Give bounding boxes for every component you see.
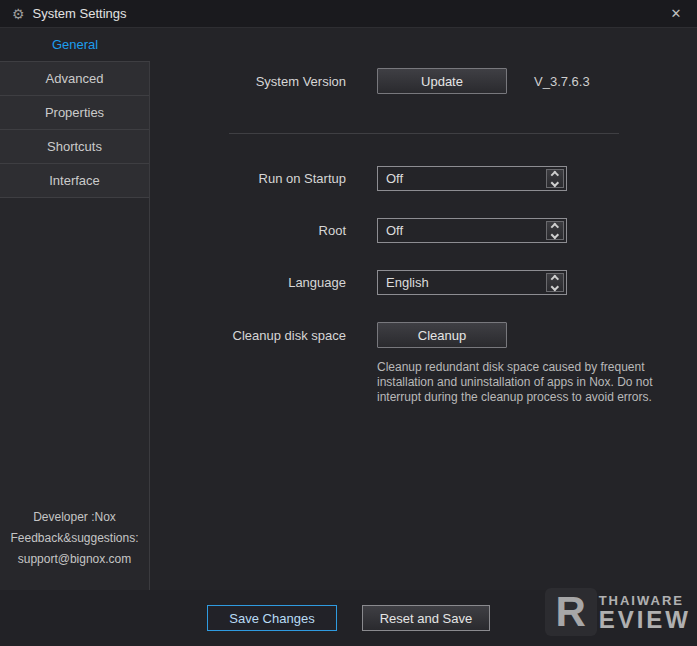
version-value: V_3.7.6.3 [534,74,590,89]
tab-shortcuts[interactable]: Shortcuts [0,130,149,164]
developer-text: Developer :Nox [0,507,149,528]
cleanup-row: Cleanup disk space Cleanup [150,322,697,348]
run-on-startup-row: Run on Startup Off [150,166,697,191]
sidebar-footer: Developer :Nox Feedback&suggestions: sup… [0,507,149,570]
chevron-down-icon [551,230,559,238]
chevron-up-icon [551,275,559,283]
system-version-label: System Version [150,74,346,89]
cleanup-label: Cleanup disk space [150,328,346,343]
update-button[interactable]: Update [377,68,507,94]
run-on-startup-select[interactable]: Off [377,166,567,191]
sidebar: General Advanced Properties Shortcuts In… [0,28,150,590]
window-title: System Settings [33,6,127,21]
spinner-icon[interactable] [546,169,564,188]
cleanup-description: Cleanup redundant disk space caused by f… [377,360,655,405]
close-icon[interactable]: ✕ [667,6,685,21]
tab-properties[interactable]: Properties [0,96,149,130]
root-label: Root [150,223,346,238]
language-label: Language [150,275,346,290]
run-on-startup-label: Run on Startup [150,171,346,186]
spinner-icon[interactable] [546,221,564,240]
chevron-up-icon [551,223,559,231]
root-select[interactable]: Off [377,218,567,243]
spinner-icon[interactable] [546,273,564,292]
root-row: Root Off [150,218,697,243]
system-settings-window: ⚙ System Settings ✕ General Advanced Pro… [0,0,697,646]
chevron-down-icon [551,178,559,186]
cleanup-button[interactable]: Cleanup [377,322,507,348]
window-body: General Advanced Properties Shortcuts In… [0,28,697,590]
gear-icon: ⚙ [12,6,25,22]
language-value: English [378,275,429,290]
chevron-down-icon [551,282,559,290]
save-changes-button[interactable]: Save Changes [207,605,337,631]
divider [229,133,619,134]
reset-and-save-button[interactable]: Reset and Save [362,605,490,631]
titlebar: ⚙ System Settings ✕ [0,0,697,28]
support-email: support@bignox.com [0,549,149,570]
tab-advanced[interactable]: Advanced [0,62,149,96]
tab-general[interactable]: General [0,28,150,62]
bottom-bar: Save Changes Reset and Save [0,590,697,646]
system-version-row: System Version Update V_3.7.6.3 [150,68,697,94]
settings-content: System Version Update V_3.7.6.3 Run on S… [150,28,697,590]
tab-interface[interactable]: Interface [0,164,149,198]
language-select[interactable]: English [377,270,567,295]
feedback-text: Feedback&suggestions: [0,528,149,549]
run-on-startup-value: Off [378,171,403,186]
root-value: Off [378,223,403,238]
language-row: Language English [150,270,697,295]
chevron-up-icon [551,171,559,179]
